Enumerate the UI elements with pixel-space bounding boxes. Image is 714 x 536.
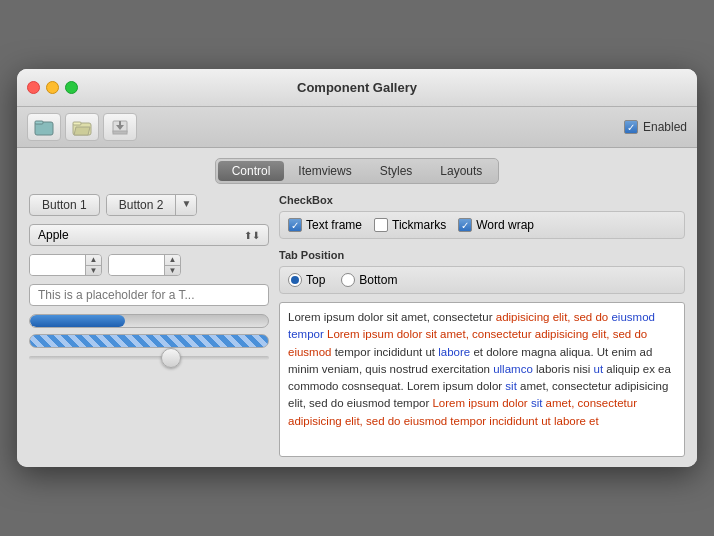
open-folder-button[interactable]	[65, 113, 99, 141]
progress-fill	[30, 315, 125, 327]
checkbox-tickmarks-box[interactable]	[374, 218, 388, 232]
tab-itemviews[interactable]: Itemviews	[284, 161, 365, 181]
checkbox-row: ✓ Text frame Tickmarks ✓ Word wrap	[279, 211, 685, 239]
radio-top[interactable]: Top	[288, 273, 325, 287]
dropdown-arrow-icon: ⬆⬇	[244, 230, 260, 241]
text-display: Lorem ipsum dolor sit amet, consectetur …	[279, 302, 685, 457]
radio-top-label: Top	[306, 273, 325, 287]
tab-layouts[interactable]: Layouts	[426, 161, 496, 181]
checkbox-text-frame-box[interactable]: ✓	[288, 218, 302, 232]
placeholder-input[interactable]	[29, 284, 269, 306]
lorem-text-4: laboris nisi	[533, 363, 594, 375]
toolbar-icons	[27, 113, 137, 141]
tab-control[interactable]: Control	[218, 161, 285, 181]
striped-progress-bar	[29, 334, 269, 348]
tab-bar: Control Itemviews Styles Layouts	[215, 158, 500, 184]
toolbar: ✓ Enabled	[17, 107, 697, 148]
folder-new-icon	[34, 117, 54, 137]
lorem-text-blue-4: ut	[594, 363, 604, 375]
content-area: Control Itemviews Styles Layouts Button …	[17, 148, 697, 467]
button-2-main[interactable]: Button 2	[107, 195, 177, 215]
lorem-text-blue-2: labore	[438, 346, 470, 358]
checkbox-tickmarks-label: Tickmarks	[392, 218, 446, 232]
spinbox-2-controls: ▲ ▼	[164, 255, 180, 275]
slider-track	[29, 356, 269, 360]
lorem-text-1: Lorem ipsum dolor sit amet, consectetur	[288, 311, 496, 323]
placeholder-row	[29, 284, 269, 306]
apple-dropdown[interactable]: Apple ⬆⬇	[29, 224, 269, 246]
maximize-button[interactable]	[65, 81, 78, 94]
folder-open-icon	[72, 117, 92, 137]
lorem-text-blue-5: sit	[505, 380, 517, 392]
spinbox-1-down[interactable]: ▼	[86, 266, 101, 276]
left-panel: Button 1 Button 2 ▼ Apple ⬆⬇	[29, 194, 269, 457]
svg-rect-8	[119, 121, 121, 128]
svg-marker-4	[74, 127, 90, 135]
enabled-checkbox[interactable]: ✓	[624, 120, 638, 134]
radio-top-btn[interactable]	[288, 273, 302, 287]
button-1[interactable]: Button 1	[29, 194, 100, 216]
button-row: Button 1 Button 2 ▼	[29, 194, 269, 216]
download-icon	[110, 117, 130, 137]
new-folder-button[interactable]	[27, 113, 61, 141]
minimize-button[interactable]	[46, 81, 59, 94]
traffic-lights	[27, 81, 78, 94]
progress-track	[29, 314, 269, 328]
checkbox-text-frame[interactable]: ✓ Text frame	[288, 218, 362, 232]
radio-bottom-btn[interactable]	[341, 273, 355, 287]
spinbox-1-input[interactable]: -20	[30, 255, 85, 275]
tab-position-label: Tab Position	[279, 249, 685, 261]
enabled-label: Enabled	[643, 120, 687, 134]
select-row: Apple ⬆⬇	[29, 224, 269, 246]
radio-bottom[interactable]: Bottom	[341, 273, 397, 287]
spinbox-2-down[interactable]: ▼	[165, 266, 180, 276]
lorem-text-orange-1: adipisicing elit, sed do	[496, 311, 612, 323]
dropdown-value: Apple	[38, 228, 69, 242]
main-area: Button 1 Button 2 ▼ Apple ⬆⬇	[29, 194, 685, 457]
spinbox-2-input[interactable]: 0	[109, 255, 164, 275]
lorem-text-orange-2: Lorem ipsum dolor sit amet, consectetur	[327, 328, 535, 340]
checkbox-word-wrap[interactable]: ✓ Word wrap	[458, 218, 534, 232]
svg-rect-1	[35, 121, 43, 124]
lorem-text-2: tempor incididunt ut	[331, 346, 438, 358]
tab-styles[interactable]: Styles	[366, 161, 427, 181]
right-panel: CheckBox ✓ Text frame Tickmarks ✓ Word w…	[279, 194, 685, 457]
slider-row	[29, 356, 269, 360]
checkbox-word-wrap-label: Word wrap	[476, 218, 534, 232]
download-button[interactable]	[103, 113, 137, 141]
spinbox-2: 0 ▲ ▼	[108, 254, 181, 276]
progress-bar-row	[29, 314, 269, 328]
spinbox-1-controls: ▲ ▼	[85, 255, 101, 275]
checkbox-tickmarks[interactable]: Tickmarks	[374, 218, 446, 232]
main-window: Component Gallery	[17, 69, 697, 467]
radio-bottom-label: Bottom	[359, 273, 397, 287]
svg-rect-3	[73, 122, 81, 125]
titlebar: Component Gallery	[17, 69, 697, 107]
slider-thumb[interactable]	[161, 348, 181, 368]
lorem-text-orange-4: Lorem ipsum dolor	[432, 397, 530, 409]
lorem-text-blue-3: ullamco	[493, 363, 533, 375]
checkbox-text-frame-label: Text frame	[306, 218, 362, 232]
window-title: Component Gallery	[297, 80, 417, 95]
radio-row: Top Bottom	[288, 273, 676, 287]
checkbox-section-label: CheckBox	[279, 194, 685, 206]
spinbox-row: -20 ▲ ▼ 0 ▲ ▼	[29, 254, 269, 276]
button-2-split: Button 2 ▼	[106, 194, 198, 216]
tab-position-section: Top Bottom	[279, 266, 685, 294]
spinbox-1-up[interactable]: ▲	[86, 255, 101, 266]
spinbox-1: -20 ▲ ▼	[29, 254, 102, 276]
button-2-dropdown[interactable]: ▼	[176, 195, 196, 215]
svg-rect-6	[113, 131, 127, 134]
enabled-section: ✓ Enabled	[624, 120, 687, 134]
spinbox-2-up[interactable]: ▲	[165, 255, 180, 266]
checkbox-word-wrap-box[interactable]: ✓	[458, 218, 472, 232]
close-button[interactable]	[27, 81, 40, 94]
lorem-text-blue-6: sit	[531, 397, 543, 409]
